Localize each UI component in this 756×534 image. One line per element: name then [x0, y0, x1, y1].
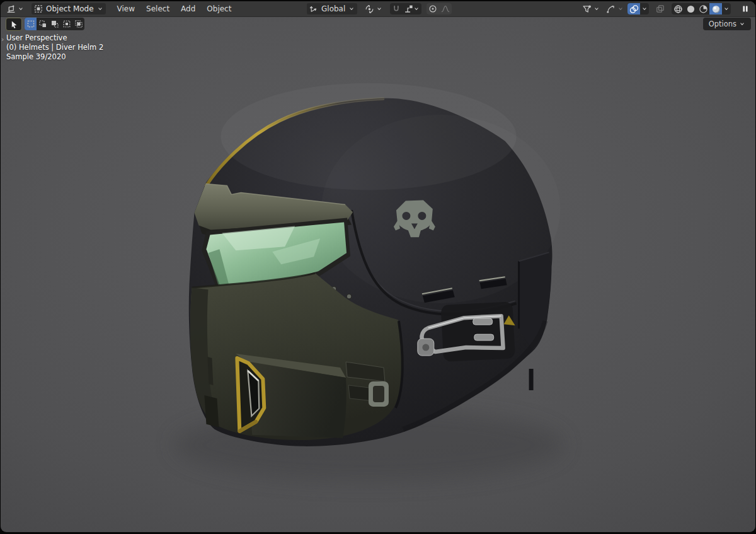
active-object-text: (0) Helmets | Diver Helm 2 [6, 43, 103, 52]
select-mode-intersect[interactable] [72, 18, 84, 30]
blender-window: Object Mode View Select Add Object Globa… [0, 0, 756, 534]
mode-selector[interactable]: Object Mode [32, 3, 106, 15]
render-sample-text: Sample 39/2020 [6, 52, 103, 62]
viewport-header: Object Mode View Select Add Object Globa… [1, 1, 755, 17]
proportional-editing-icon [428, 4, 437, 13]
clamp-bar-2 [474, 334, 494, 340]
region-toggle-arrow-icon[interactable]: › [1, 35, 4, 44]
menu-select[interactable]: Select [141, 3, 175, 15]
chevron-down-icon [413, 6, 420, 12]
snap-target-selector[interactable] [403, 3, 421, 15]
editor-type-selector[interactable] [4, 3, 26, 15]
gizmos-toggle[interactable] [604, 3, 626, 15]
select-set-icon [26, 20, 35, 28]
shading-mode-group [672, 3, 731, 15]
render-pause-button[interactable] [738, 3, 752, 15]
pivot-point-selector[interactable] [362, 3, 385, 15]
chevron-down-icon [18, 6, 24, 12]
snout-bracket-inner [373, 386, 384, 402]
proportional-editing-group [427, 3, 452, 15]
select-intersect-icon [74, 20, 83, 28]
snap-toggle-button[interactable] [390, 3, 403, 15]
object-mode-icon [34, 4, 43, 13]
filter-funnel-icon [582, 4, 592, 14]
falloff-curve-icon [441, 4, 450, 13]
editor-3d-viewport-icon [6, 4, 16, 14]
helmet-object [174, 83, 564, 482]
viewport-info-overlay: User Perspective (0) Helmets | Diver Hel… [6, 33, 103, 62]
menu-object[interactable]: Object [202, 3, 236, 15]
shading-wireframe-button[interactable] [672, 3, 684, 15]
shading-material-button[interactable] [697, 3, 709, 15]
shading-wireframe-icon [673, 4, 683, 14]
pivot-point-icon [365, 4, 374, 14]
jaw-slot-1 [204, 395, 219, 427]
tool-settings-row: Options [1, 18, 755, 30]
xray-toggle[interactable] [654, 3, 667, 15]
proportional-editing-toggle[interactable] [427, 3, 439, 15]
object-type-visibility-selector[interactable] [580, 3, 602, 15]
select-mode-invert[interactable] [60, 18, 72, 30]
select-invert-icon [62, 20, 71, 28]
menu-view[interactable]: View [112, 3, 140, 15]
chevron-down-icon [723, 6, 730, 12]
rear-panel [519, 252, 551, 351]
shading-rendered-icon [711, 4, 721, 14]
tweak-cursor-icon [9, 20, 18, 29]
snapping-group [390, 3, 421, 15]
mode-label: Object Mode [45, 4, 95, 13]
chevron-down-icon [593, 6, 600, 12]
overlays-icon [629, 4, 639, 14]
select-mode-group [25, 18, 84, 30]
select-mode-subtract[interactable] [49, 18, 60, 30]
xray-toggle-icon [656, 4, 665, 13]
shading-material-icon [699, 4, 708, 14]
transform-orientation-selector[interactable]: Global [307, 3, 357, 15]
select-mode-extend[interactable] [37, 18, 49, 30]
snap-target-icon [404, 4, 413, 13]
clamp-pin [422, 344, 429, 351]
shading-rendered-button[interactable] [709, 3, 722, 15]
overlays-group [627, 3, 649, 15]
active-tool-tweak-button[interactable] [6, 18, 22, 31]
chevron-down-icon [97, 6, 103, 12]
gizmo-arc-icon [606, 4, 616, 14]
3d-viewport[interactable]: Object Mode View Select Add Object Globa… [1, 1, 755, 532]
menu-add[interactable]: Add [176, 3, 200, 15]
overlays-toggle[interactable] [627, 3, 640, 15]
select-mode-set[interactable] [25, 18, 37, 30]
chevron-down-icon [641, 6, 648, 12]
rendered-scene-helmet[interactable] [1, 1, 755, 532]
chevron-down-icon [617, 6, 624, 12]
select-extend-icon [38, 20, 47, 28]
rivet-2 [346, 294, 352, 299]
chevron-down-icon [376, 6, 382, 12]
shading-solid-button[interactable] [684, 3, 697, 15]
options-label: Options [709, 20, 736, 28]
proportional-falloff-selector[interactable] [439, 3, 452, 15]
shading-dropdown[interactable] [722, 3, 731, 15]
magnet-icon [392, 4, 401, 13]
rear-slot [529, 369, 534, 390]
options-button[interactable]: Options [703, 18, 751, 30]
orientation-label: Global [320, 4, 346, 13]
select-subtract-icon [50, 20, 59, 28]
pause-icon [741, 4, 750, 13]
clamp-bar-1 [473, 318, 493, 325]
chevron-down-icon [348, 6, 355, 12]
view-name-text: User Perspective [6, 33, 103, 43]
chevron-down-icon [739, 21, 745, 27]
orientation-axes-icon [309, 4, 318, 13]
overlays-dropdown[interactable] [640, 3, 649, 15]
shading-solid-icon [686, 4, 696, 14]
